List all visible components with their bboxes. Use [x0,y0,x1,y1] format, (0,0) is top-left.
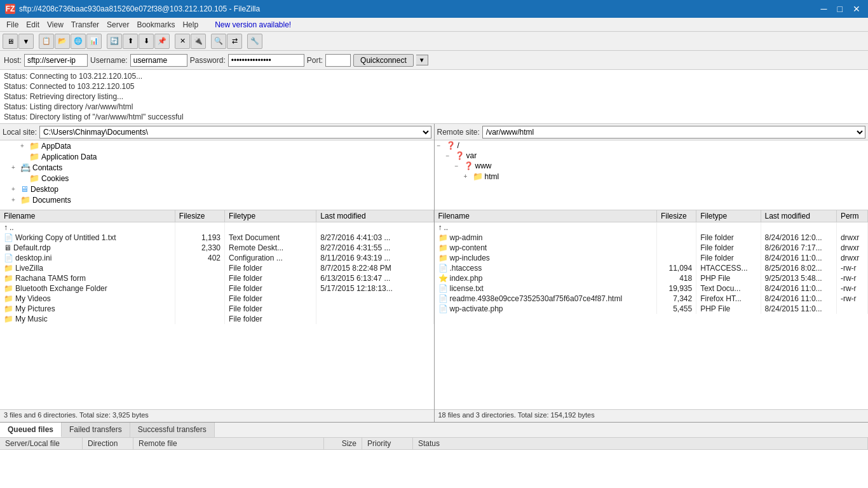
tree-item-html[interactable]: + 📁 html [435,171,869,182]
file-modified [761,222,836,233]
tree-item-label: Application Data [41,152,97,161]
expand-icon[interactable]: + [11,186,20,193]
tb-dropdown[interactable]: ▼ [18,34,34,49]
col-filetype[interactable]: Filetype [696,210,761,222]
file-perm: drwxr [836,243,867,253]
tb-open-site-manager[interactable]: 🖥 [3,34,18,49]
local-tree[interactable]: + 📁 AppData 📁 Application Data + 📇 Conta… [0,140,434,210]
remote-file-list[interactable]: Filename Filesize Filetype Last modified… [435,210,869,409]
col-filename[interactable]: Filename [435,210,657,222]
expand-icon[interactable]: + [20,142,29,149]
tab-queued-files[interactable]: Queued files [0,423,62,437]
table-row[interactable]: 📁wp-includes File folder 8/24/2016 11:0.… [435,253,868,263]
remote-tree[interactable]: − ❓ / − ❓ var − ❓ www + 📁 html [435,140,869,210]
tab-failed-transfers[interactable]: Failed transfers [62,423,130,437]
new-version-notice[interactable]: New version available! [215,20,291,29]
tb-cancel[interactable]: ✕ [175,34,190,49]
tree-item-documents[interactable]: + 📁 Documents [0,194,434,205]
menu-bookmarks[interactable]: Bookmarks [133,19,179,30]
menu-transfer[interactable]: Transfer [67,19,103,30]
minimize-button[interactable]: ─ [818,4,830,14]
host-input[interactable] [24,54,88,67]
expand-icon[interactable]: + [11,164,20,171]
col-filename[interactable]: Filename [0,210,175,222]
tree-item-contacts[interactable]: + 📇 Contacts [0,162,434,173]
col-lastmodified[interactable]: Last modified [316,210,433,222]
tb-refresh[interactable]: 🔄 [107,34,122,49]
table-row[interactable]: 📄.htaccess 11,094 HTACCESS... 8/25/2016 … [435,263,868,273]
tb-nav-down[interactable]: ⬇ [139,34,154,49]
tree-item-root[interactable]: − ❓ / [435,140,869,151]
port-input[interactable] [325,54,351,67]
col-filesize[interactable]: Filesize [656,210,696,222]
table-row[interactable]: 📁Bluetooth Exchange Folder File folder 5… [0,283,433,294]
table-row[interactable]: 📄Working Copy of Untitled 1.txt 1,193 Te… [0,233,433,243]
tree-item-var[interactable]: − ❓ var [435,151,869,161]
table-row[interactable]: ↑.. [0,222,433,233]
table-row[interactable]: 📁My Pictures File folder [0,304,433,314]
col-perm[interactable]: Perm [836,210,867,222]
folder-icon: 📁 [473,172,483,181]
file-type: Firefox HT... [696,294,761,304]
expand-icon[interactable]: − [437,142,446,149]
menu-file[interactable]: File [3,19,22,30]
tb-toggle-local[interactable]: 📂 [55,34,70,49]
tb-network-config[interactable]: 🔧 [247,34,262,49]
expand-icon[interactable]: − [455,163,464,170]
table-row[interactable]: 📁wp-admin File folder 8/24/2016 12:0... … [435,233,868,243]
menu-help[interactable]: Help [179,19,202,30]
table-row[interactable]: 📄wp-activate.php 5,455 PHP File 8/24/201… [435,304,868,314]
tab-successful-transfers[interactable]: Successful transfers [130,423,215,437]
table-row[interactable]: ⭐index.php 418 PHP File 9/25/2013 5:48..… [435,273,868,283]
tb-toggle-message-log[interactable]: 📋 [39,34,54,49]
tb-sync[interactable]: ⇄ [227,34,242,49]
col-filetype[interactable]: Filetype [225,210,316,222]
remote-site-path[interactable]: /var/www/html [482,126,865,139]
expand-icon[interactable]: − [446,152,455,159]
file-size [175,304,224,314]
menu-view[interactable]: View [43,19,67,30]
table-row[interactable]: 📄readme.4938e09cce7352530af75f6a07ce4f87… [435,294,868,304]
table-row[interactable]: 📄license.txt 19,935 Text Docu... 8/24/20… [435,283,868,294]
table-row[interactable]: 📁Rachana TAMS form File folder 6/13/2015… [0,273,433,283]
password-input[interactable] [228,54,304,67]
tree-item-appdata2[interactable]: 📁 Application Data [0,151,434,162]
table-row[interactable]: 📁My Videos File folder [0,294,433,304]
tb-file-search[interactable]: 🔍 [211,34,226,49]
tb-toggle-queue[interactable]: 📊 [86,34,102,49]
close-button[interactable]: ✕ [850,4,863,14]
table-row[interactable]: 📄desktop.ini 402 Configuration ... 8/11/… [0,253,433,263]
table-row[interactable]: 📁My Music File folder [0,314,433,324]
expand-icon[interactable]: + [11,196,20,203]
col-lastmodified[interactable]: Last modified [761,210,836,222]
table-row[interactable]: 📁wp-content File folder 8/26/2016 7:17..… [435,243,868,253]
local-site-path[interactable]: C:\Users\Chinmay\Documents\ [39,126,431,139]
table-row[interactable]: 📁LiveZilla File folder 8/7/2015 8:22:48 … [0,263,433,273]
menu-server[interactable]: Server [103,19,133,30]
table-row[interactable]: 🖥Default.rdp 2,330 Remote Deskt... 8/27/… [0,243,433,253]
expand-icon[interactable]: + [464,173,473,180]
maximize-button[interactable]: □ [835,4,845,14]
toolbar-group-4: ✕ 🔌 [175,34,206,49]
file-perm: -rw-r [836,263,867,273]
col-filesize[interactable]: Filesize [175,210,224,222]
menu-edit[interactable]: Edit [22,19,43,30]
queue-content [0,450,868,488]
local-file-list[interactable]: Filename Filesize Filetype Last modified… [0,210,434,409]
tb-nav-up[interactable]: ⬆ [123,34,138,49]
username-input[interactable] [130,54,187,67]
local-site-bar: Local site: C:\Users\Chinmay\Documents\ [0,124,434,140]
tree-item-cookies[interactable]: 📁 Cookies [0,173,434,184]
tb-nav-bookmark[interactable]: 📌 [154,34,170,49]
file-size: 7,342 [656,294,696,304]
quickconnect-button[interactable]: Quickconnect [353,54,414,67]
tree-item-label: / [458,141,459,150]
quickconnect-dropdown[interactable]: ▼ [416,55,428,65]
tree-item-desktop[interactable]: + 🖥 Desktop [0,184,434,194]
tb-toggle-remote[interactable]: 🌐 [71,34,86,49]
tree-item-www[interactable]: − ❓ www [435,161,869,171]
file-size: 19,935 [656,283,696,294]
tb-disconnect[interactable]: 🔌 [191,34,206,49]
table-row[interactable]: ↑.. [435,222,868,233]
tree-item-appdata[interactable]: + 📁 AppData [0,140,434,151]
